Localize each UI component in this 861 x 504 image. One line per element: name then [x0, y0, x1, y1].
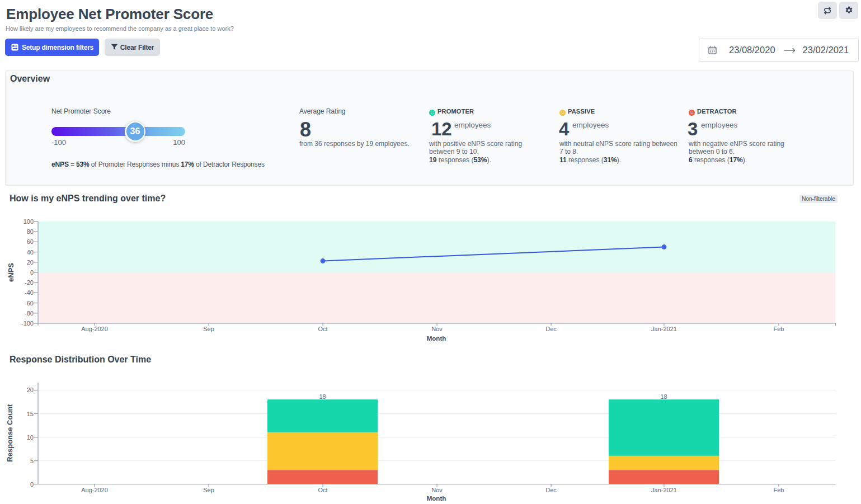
svg-text:Month: Month	[427, 335, 446, 342]
svg-text:Dec: Dec	[545, 326, 557, 332]
svg-text:Nov: Nov	[431, 487, 443, 493]
svg-text:60: 60	[27, 238, 34, 245]
svg-text:-60: -60	[25, 300, 34, 307]
svg-text:Month: Month	[427, 495, 446, 502]
svg-text:-80: -80	[25, 310, 34, 317]
svg-text:20: 20	[27, 387, 34, 393]
svg-text:Feb: Feb	[774, 487, 784, 493]
svg-text:Jan-2021: Jan-2021	[651, 487, 677, 493]
svg-text:18: 18	[660, 393, 667, 400]
svg-text:15: 15	[27, 411, 34, 417]
svg-text:0: 0	[30, 481, 34, 488]
svg-text:Nov: Nov	[431, 326, 443, 332]
svg-text:Dec: Dec	[545, 487, 557, 493]
svg-text:Feb: Feb	[774, 326, 784, 332]
svg-text:Jan-2021: Jan-2021	[651, 326, 677, 332]
svg-text:Aug-2020: Aug-2020	[81, 326, 108, 332]
svg-text:40: 40	[27, 249, 34, 256]
svg-text:18: 18	[319, 393, 326, 400]
svg-text:Oct: Oct	[318, 487, 327, 493]
svg-text:Sep: Sep	[203, 326, 214, 332]
svg-text:5: 5	[30, 458, 34, 464]
svg-text:Oct: Oct	[318, 326, 327, 332]
svg-text:100: 100	[23, 218, 34, 225]
svg-text:-20: -20	[25, 279, 34, 286]
svg-text:-100: -100	[21, 320, 34, 327]
svg-text:20: 20	[27, 259, 34, 266]
svg-text:80: 80	[27, 228, 34, 235]
svg-text:Sep: Sep	[203, 487, 214, 493]
svg-text:Aug-2020: Aug-2020	[81, 487, 108, 493]
svg-text:-40: -40	[25, 289, 34, 296]
svg-text:0: 0	[30, 269, 34, 276]
svg-text:10: 10	[27, 434, 34, 441]
svg-text:Response Count: Response Count	[6, 404, 14, 462]
svg-text:eNPS: eNPS	[7, 263, 15, 282]
